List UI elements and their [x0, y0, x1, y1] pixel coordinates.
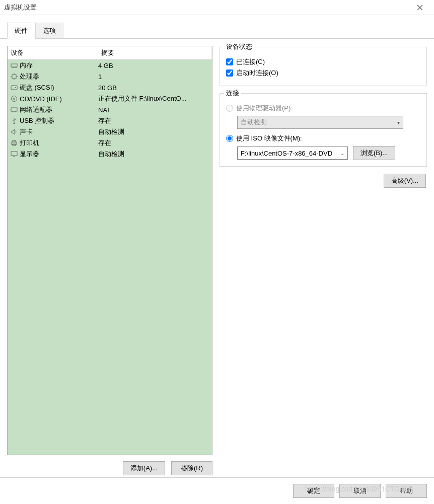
connected-checkbox-row[interactable]: 已连接(C) [226, 57, 420, 66]
device-row-printer[interactable]: 打印机存在 [8, 137, 212, 149]
close-button[interactable] [410, 1, 430, 15]
svg-rect-11 [11, 152, 17, 156]
left-buttons: 添加(A)... 移除(R) [7, 461, 212, 475]
header-device[interactable]: 设备 [8, 46, 98, 59]
add-button[interactable]: 添加(A)... [123, 461, 165, 475]
device-summary: NAT [98, 106, 212, 114]
svg-rect-1 [12, 75, 16, 79]
footer: 确定 取消 帮助 [0, 477, 434, 504]
connect-at-power-row[interactable]: 启动时连接(O) [226, 68, 420, 78]
device-name: 显示器 [19, 150, 98, 159]
device-summary: 自动检测 [98, 150, 212, 159]
display-icon [10, 151, 19, 158]
cd-icon [10, 95, 19, 102]
svg-point-3 [15, 87, 16, 88]
physical-drive-value: 自动检测 [241, 118, 267, 127]
cancel-button[interactable]: 取消 [339, 484, 381, 498]
cpu-icon [10, 73, 19, 80]
device-row-audio[interactable]: 声卡自动检测 [8, 126, 212, 137]
device-row-hdd[interactable]: 硬盘 (SCSI)20 GB [8, 82, 212, 93]
iso-path-combo[interactable]: F:\linux\CentOS-7-x86_64-DVD ⌄ [237, 147, 348, 160]
header-summary[interactable]: 摘要 [98, 46, 212, 59]
device-name: 内存 [19, 61, 98, 70]
audio-icon [10, 128, 19, 135]
svg-point-7 [14, 123, 15, 124]
content-area: 设备 摘要 内存4 GB处理器1硬盘 (SCSI)20 GBCD/DVD (ID… [0, 39, 434, 482]
remove-button[interactable]: 移除(R) [171, 461, 212, 475]
printer-icon [10, 139, 19, 147]
device-summary: 自动检测 [98, 127, 212, 136]
browse-button[interactable]: 浏览(B)... [353, 146, 395, 160]
use-physical-radio-row[interactable]: 使用物理驱动器(P): [226, 104, 420, 113]
hdd-icon [10, 85, 19, 91]
device-row-cpu[interactable]: 处理器1 [8, 71, 212, 82]
svg-point-5 [14, 98, 15, 100]
device-name: 硬盘 (SCSI) [19, 83, 98, 92]
iso-path-row: F:\linux\CentOS-7-x86_64-DVD ⌄ 浏览(B)... [237, 146, 420, 160]
connect-at-power-checkbox[interactable] [226, 69, 233, 77]
chevron-down-icon: ⌄ [340, 151, 344, 156]
device-status-group: 设备状态 已连接(C) 启动时连接(O) [220, 47, 427, 86]
device-name: CD/DVD (IDE) [19, 95, 98, 103]
device-name: 处理器 [19, 72, 98, 81]
advanced-row: 高级(V)... [220, 174, 427, 188]
right-panel: 设备状态 已连接(C) 启动时连接(O) 连接 使用物理驱动器(P): 自动检测… [220, 46, 427, 475]
memory-icon [10, 62, 19, 68]
use-iso-label: 使用 ISO 映像文件(M): [236, 134, 302, 143]
use-physical-radio[interactable] [226, 105, 233, 112]
device-name: USB 控制器 [19, 116, 98, 125]
connected-checkbox[interactable] [226, 58, 233, 65]
svg-rect-9 [13, 140, 16, 142]
use-iso-radio-row[interactable]: 使用 ISO 映像文件(M): [226, 134, 420, 143]
device-row-usb[interactable]: USB 控制器存在 [8, 115, 212, 126]
connect-at-power-label: 启动时连接(O) [236, 68, 278, 78]
ok-button[interactable]: 确定 [293, 484, 334, 498]
titlebar: 虚拟机设置 [0, 0, 434, 15]
device-row-memory[interactable]: 内存4 GB [8, 60, 212, 71]
device-name: 打印机 [19, 138, 98, 148]
status-group-title: 设备状态 [224, 42, 254, 51]
use-physical-label: 使用物理驱动器(P): [236, 104, 293, 113]
svg-rect-6 [11, 108, 17, 111]
tabs: 硬件 选项 [0, 15, 434, 39]
advanced-button[interactable]: 高级(V)... [384, 174, 426, 188]
tab-options[interactable]: 选项 [35, 23, 63, 39]
chevron-down-icon: ▾ [397, 120, 400, 125]
window-title: 虚拟机设置 [4, 3, 410, 12]
left-panel: 设备 摘要 内存4 GB处理器1硬盘 (SCSI)20 GBCD/DVD (ID… [7, 46, 212, 475]
device-name: 网络适配器 [19, 105, 98, 114]
physical-drive-select: 自动检测 ▾ [237, 116, 403, 129]
device-row-cd[interactable]: CD/DVD (IDE)正在使用文件 F:\linux\CentO... [8, 93, 212, 104]
device-summary: 存在 [98, 138, 212, 148]
list-header: 设备 摘要 [8, 46, 212, 60]
tab-hardware[interactable]: 硬件 [7, 23, 35, 39]
svg-point-4 [12, 96, 17, 102]
device-summary: 20 GB [98, 84, 212, 92]
svg-rect-0 [11, 64, 17, 67]
iso-path-value: F:\linux\CentOS-7-x86_64-DVD [241, 150, 332, 157]
device-summary: 正在使用文件 F:\linux\CentO... [98, 94, 212, 103]
device-name: 声卡 [19, 127, 98, 136]
device-list: 设备 摘要 内存4 GB处理器1硬盘 (SCSI)20 GBCD/DVD (ID… [7, 46, 212, 455]
device-summary: 1 [98, 73, 212, 81]
nic-icon [10, 107, 19, 113]
device-summary: 4 GB [98, 62, 212, 69]
device-summary: 存在 [98, 116, 212, 125]
list-body: 内存4 GB处理器1硬盘 (SCSI)20 GBCD/DVD (IDE)正在使用… [8, 60, 212, 455]
usb-icon [10, 117, 19, 124]
connected-label: 已连接(C) [236, 57, 265, 66]
help-button[interactable]: 帮助 [386, 484, 427, 498]
physical-select-wrap: 自动检测 ▾ [237, 116, 420, 129]
connection-group-title: 连接 [224, 89, 241, 98]
svg-rect-2 [11, 86, 17, 90]
use-iso-radio[interactable] [226, 135, 233, 142]
device-row-nic[interactable]: 网络适配器NAT [8, 104, 212, 115]
connection-group: 连接 使用物理驱动器(P): 自动检测 ▾ 使用 ISO 映像文件(M): F:… [220, 93, 427, 167]
device-row-display[interactable]: 显示器自动检测 [8, 149, 212, 160]
